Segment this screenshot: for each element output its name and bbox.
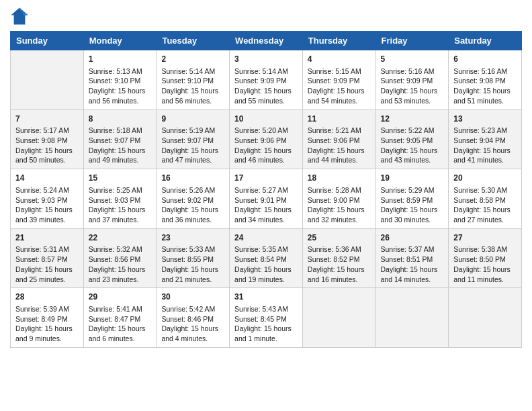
day-number: 13 <box>453 113 517 125</box>
day-number: 17 <box>234 173 298 184</box>
day-number: 5 <box>381 54 444 65</box>
day-info: Sunrise: 5:26 AM Sunset: 9:02 PM Dayligh… <box>161 185 224 225</box>
day-number: 19 <box>381 173 444 184</box>
day-number: 16 <box>161 173 224 184</box>
day-cell: 24Sunrise: 5:35 AM Sunset: 8:54 PM Dayli… <box>230 228 303 288</box>
day-info: Sunrise: 5:18 AM Sunset: 9:07 PM Dayligh… <box>89 126 152 165</box>
day-number: 2 <box>161 54 224 65</box>
day-number: 31 <box>234 291 298 303</box>
day-info: Sunrise: 5:37 AM Sunset: 8:51 PM Dayligh… <box>381 244 444 284</box>
day-info: Sunrise: 5:27 AM Sunset: 9:01 PM Dayligh… <box>234 185 298 225</box>
day-cell: 15Sunrise: 5:25 AM Sunset: 9:03 PM Dayli… <box>83 169 157 229</box>
day-number: 25 <box>308 232 371 244</box>
day-cell: 5Sunrise: 5:16 AM Sunset: 9:09 PM Daylig… <box>375 50 449 110</box>
day-cell: 31Sunrise: 5:43 AM Sunset: 8:45 PM Dayli… <box>230 288 303 348</box>
day-cell: 28Sunrise: 5:39 AM Sunset: 8:49 PM Dayli… <box>11 288 84 348</box>
day-cell <box>302 288 375 348</box>
day-cell: 23Sunrise: 5:33 AM Sunset: 8:55 PM Dayli… <box>157 228 230 288</box>
day-info: Sunrise: 5:39 AM Sunset: 8:49 PM Dayligh… <box>15 304 79 344</box>
day-number: 6 <box>453 54 517 65</box>
day-cell: 20Sunrise: 5:30 AM Sunset: 8:58 PM Dayli… <box>449 169 522 229</box>
day-info: Sunrise: 5:23 AM Sunset: 9:04 PM Dayligh… <box>453 126 517 165</box>
col-header-monday: Monday <box>83 32 157 50</box>
day-cell: 19Sunrise: 5:29 AM Sunset: 8:59 PM Dayli… <box>375 169 449 229</box>
header-row: SundayMondayTuesdayWednesdayThursdayFrid… <box>11 32 522 50</box>
day-info: Sunrise: 5:41 AM Sunset: 8:47 PM Dayligh… <box>89 304 152 344</box>
logo-icon <box>10 7 29 26</box>
day-number: 18 <box>308 173 371 184</box>
day-info: Sunrise: 5:14 AM Sunset: 9:10 PM Dayligh… <box>161 66 224 106</box>
day-info: Sunrise: 5:16 AM Sunset: 9:08 PM Dayligh… <box>453 66 517 106</box>
week-row-4: 21Sunrise: 5:31 AM Sunset: 8:57 PM Dayli… <box>11 228 522 288</box>
day-info: Sunrise: 5:36 AM Sunset: 8:52 PM Dayligh… <box>308 244 371 284</box>
day-number: 27 <box>453 232 517 244</box>
day-number: 15 <box>89 173 152 184</box>
day-cell: 25Sunrise: 5:36 AM Sunset: 8:52 PM Dayli… <box>302 228 375 288</box>
day-info: Sunrise: 5:17 AM Sunset: 9:08 PM Dayligh… <box>15 126 79 165</box>
col-header-sunday: Sunday <box>11 32 84 50</box>
day-number: 1 <box>89 54 152 65</box>
day-info: Sunrise: 5:25 AM Sunset: 9:03 PM Dayligh… <box>89 185 152 225</box>
day-cell: 8Sunrise: 5:18 AM Sunset: 9:07 PM Daylig… <box>83 109 157 169</box>
day-number: 3 <box>234 54 298 65</box>
day-cell: 22Sunrise: 5:32 AM Sunset: 8:56 PM Dayli… <box>83 228 157 288</box>
day-cell <box>11 50 84 110</box>
day-info: Sunrise: 5:16 AM Sunset: 9:09 PM Dayligh… <box>381 66 444 106</box>
day-info: Sunrise: 5:43 AM Sunset: 8:45 PM Dayligh… <box>234 304 298 344</box>
day-info: Sunrise: 5:33 AM Sunset: 8:55 PM Dayligh… <box>161 244 224 284</box>
day-cell: 11Sunrise: 5:21 AM Sunset: 9:06 PM Dayli… <box>302 109 375 169</box>
day-cell: 12Sunrise: 5:22 AM Sunset: 9:05 PM Dayli… <box>375 109 449 169</box>
day-number: 10 <box>234 113 298 125</box>
day-cell: 10Sunrise: 5:20 AM Sunset: 9:06 PM Dayli… <box>230 109 303 169</box>
calendar-body: 1Sunrise: 5:13 AM Sunset: 9:10 PM Daylig… <box>11 50 522 348</box>
day-number: 8 <box>89 113 152 125</box>
day-cell: 21Sunrise: 5:31 AM Sunset: 8:57 PM Dayli… <box>11 228 84 288</box>
day-number: 23 <box>161 232 224 244</box>
logo <box>10 7 32 26</box>
day-number: 14 <box>15 173 79 184</box>
day-info: Sunrise: 5:15 AM Sunset: 9:09 PM Dayligh… <box>308 66 371 106</box>
day-cell: 26Sunrise: 5:37 AM Sunset: 8:51 PM Dayli… <box>375 228 449 288</box>
day-info: Sunrise: 5:42 AM Sunset: 8:46 PM Dayligh… <box>161 304 224 344</box>
week-row-2: 7Sunrise: 5:17 AM Sunset: 9:08 PM Daylig… <box>11 109 522 169</box>
calendar-table: SundayMondayTuesdayWednesdayThursdayFrid… <box>10 31 522 348</box>
day-cell: 9Sunrise: 5:19 AM Sunset: 9:07 PM Daylig… <box>157 109 230 169</box>
col-header-friday: Friday <box>375 32 449 50</box>
day-number: 21 <box>15 232 79 244</box>
day-info: Sunrise: 5:28 AM Sunset: 9:00 PM Dayligh… <box>308 185 371 225</box>
day-cell: 18Sunrise: 5:28 AM Sunset: 9:00 PM Dayli… <box>302 169 375 229</box>
day-number: 28 <box>15 291 79 303</box>
col-header-saturday: Saturday <box>449 32 522 50</box>
week-row-5: 28Sunrise: 5:39 AM Sunset: 8:49 PM Dayli… <box>11 288 522 348</box>
day-cell: 16Sunrise: 5:26 AM Sunset: 9:02 PM Dayli… <box>157 169 230 229</box>
day-number: 12 <box>381 113 444 125</box>
day-info: Sunrise: 5:29 AM Sunset: 8:59 PM Dayligh… <box>381 185 444 225</box>
day-number: 24 <box>234 232 298 244</box>
day-info: Sunrise: 5:30 AM Sunset: 8:58 PM Dayligh… <box>453 185 517 225</box>
header <box>10 7 522 26</box>
day-number: 7 <box>15 113 79 125</box>
day-cell: 4Sunrise: 5:15 AM Sunset: 9:09 PM Daylig… <box>302 50 375 110</box>
day-info: Sunrise: 5:20 AM Sunset: 9:06 PM Dayligh… <box>234 126 298 165</box>
col-header-thursday: Thursday <box>302 32 375 50</box>
day-number: 4 <box>308 54 371 65</box>
calendar-header: SundayMondayTuesdayWednesdayThursdayFrid… <box>11 32 522 50</box>
day-number: 11 <box>308 113 371 125</box>
day-cell: 1Sunrise: 5:13 AM Sunset: 9:10 PM Daylig… <box>83 50 157 110</box>
week-row-1: 1Sunrise: 5:13 AM Sunset: 9:10 PM Daylig… <box>11 50 522 110</box>
day-cell: 2Sunrise: 5:14 AM Sunset: 9:10 PM Daylig… <box>157 50 230 110</box>
day-number: 29 <box>89 291 152 303</box>
day-info: Sunrise: 5:13 AM Sunset: 9:10 PM Dayligh… <box>89 66 152 106</box>
day-info: Sunrise: 5:14 AM Sunset: 9:09 PM Dayligh… <box>234 66 298 106</box>
day-number: 30 <box>161 291 224 303</box>
day-cell <box>375 288 449 348</box>
day-info: Sunrise: 5:38 AM Sunset: 8:50 PM Dayligh… <box>453 244 517 284</box>
day-info: Sunrise: 5:31 AM Sunset: 8:57 PM Dayligh… <box>15 244 79 284</box>
day-cell: 29Sunrise: 5:41 AM Sunset: 8:47 PM Dayli… <box>83 288 157 348</box>
day-cell: 7Sunrise: 5:17 AM Sunset: 9:08 PM Daylig… <box>11 109 84 169</box>
day-number: 26 <box>381 232 444 244</box>
day-cell: 13Sunrise: 5:23 AM Sunset: 9:04 PM Dayli… <box>449 109 522 169</box>
day-cell: 6Sunrise: 5:16 AM Sunset: 9:08 PM Daylig… <box>449 50 522 110</box>
day-number: 22 <box>89 232 152 244</box>
day-cell: 17Sunrise: 5:27 AM Sunset: 9:01 PM Dayli… <box>230 169 303 229</box>
